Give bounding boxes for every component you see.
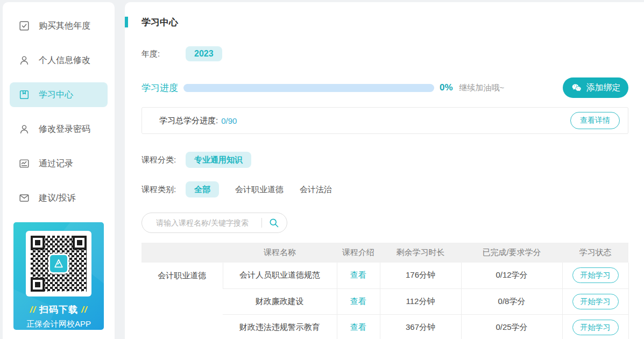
start-learning-button[interactable]: 开始学习: [572, 267, 619, 283]
qr-finder: [31, 236, 45, 250]
search-divider: [261, 218, 262, 228]
sidebar-item-profile-edit[interactable]: 个人信息修改: [10, 48, 108, 73]
sidebar-item-label: 学习中心: [39, 89, 73, 101]
year-2023-pill[interactable]: 2023: [186, 46, 222, 61]
view-intro-link[interactable]: 查看: [350, 296, 366, 306]
col-header-category: [141, 243, 223, 263]
view-details-button[interactable]: 查看详情: [570, 112, 620, 129]
view-intro-link[interactable]: 查看: [350, 322, 366, 331]
record-chart-icon: [18, 158, 30, 170]
remaining-time: 367分钟: [380, 314, 461, 339]
col-header-credits: 已完成/要求学分: [461, 243, 562, 263]
slash-decoration: //: [81, 305, 87, 315]
table-row: 会计职业道德 会计人员职业道德规范 查看 176分钟 0/12学分 开始学习: [141, 263, 628, 288]
sidebar-item-learning-center[interactable]: 学习中心: [10, 82, 108, 107]
view-intro-link[interactable]: 查看: [350, 270, 366, 279]
type-label: 课程类别:: [141, 185, 186, 195]
remaining-time: 112分钟: [380, 288, 461, 314]
sidebar-item-label: 个人信息修改: [39, 55, 90, 66]
course-category-filter: 课程分类: 专业通用知识: [141, 152, 628, 168]
table-header-row: 课程名称 课程介绍 剩余学习时长 已完成/要求学分 学习状态: [141, 243, 628, 263]
credit-progress-label: 学习总学分进度:: [159, 116, 218, 126]
type-option-accounting-ethics[interactable]: 会计职业道德: [235, 185, 284, 195]
sidebar-item-pass-records[interactable]: 通过记录: [10, 151, 108, 176]
credit-progress: 0/8学分: [461, 288, 562, 314]
remaining-time: 176分钟: [380, 263, 461, 288]
col-header-status: 学习状态: [562, 243, 628, 263]
title-accent-bar: [125, 17, 128, 27]
app-logo-icon: [48, 253, 69, 274]
search-icon[interactable]: [268, 217, 279, 228]
search-box: [141, 213, 287, 233]
page-title: 学习中心: [141, 16, 628, 29]
sidebar: 购买其他年度 个人信息修改 学习中心 修改登录密码 通过记录 建议/投诉: [3, 2, 115, 339]
course-name: 会计人员职业道德规范: [223, 263, 337, 288]
slash-decoration: //: [30, 305, 36, 315]
start-learning-button[interactable]: 开始学习: [572, 294, 619, 309]
person-icon: [18, 123, 30, 135]
search-section: [141, 213, 628, 233]
progress-bar: [183, 84, 434, 92]
progress-label: 学习进度: [141, 82, 183, 94]
sidebar-item-label: 购买其他年度: [39, 20, 90, 32]
qr-finder: [31, 278, 45, 292]
year-label: 年度:: [141, 49, 186, 59]
col-header-course-name: 课程名称: [223, 243, 337, 263]
col-header-remaining-time: 剩余学习时长: [380, 243, 461, 263]
progress-encourage-text: 继续加油哦~: [459, 83, 505, 93]
add-binding-button[interactable]: 添加绑定: [563, 77, 628, 98]
envelope-icon: [18, 192, 30, 204]
course-name: 财政违法违规警示教育: [223, 314, 337, 339]
qr-finder: [73, 236, 87, 250]
sidebar-item-label: 通过记录: [39, 158, 73, 170]
type-option-accounting-law[interactable]: 会计法治: [300, 185, 332, 195]
progress-percent: 0%: [440, 82, 453, 93]
qr-code: [26, 231, 91, 296]
main-content: 学习中心 年度: 2023 学习进度 0% 继续加油哦~ 添加绑定 学习总学分进…: [125, 2, 644, 339]
app-download-banner[interactable]: //扫码下载// 正保会计网校APP: [13, 222, 104, 330]
sidebar-item-label: 修改登录密码: [39, 124, 90, 135]
search-input[interactable]: [156, 218, 261, 227]
credit-progress: 0/12学分: [461, 263, 562, 288]
course-type-filter: 课程类别: 全部 会计职业道德 会计法治: [141, 181, 628, 197]
page-header: 学习中心: [141, 2, 628, 29]
wechat-icon: [571, 82, 582, 94]
sidebar-item-suggestions[interactable]: 建议/投诉: [10, 186, 108, 210]
add-binding-label: 添加绑定: [586, 82, 621, 94]
category-option-general-knowledge[interactable]: 专业通用知识: [186, 152, 251, 168]
scan-download-text: //扫码下载//: [13, 303, 104, 316]
category-label: 课程分类:: [141, 155, 186, 165]
start-learning-button[interactable]: 开始学习: [572, 320, 619, 335]
credit-progress-value: 0/90: [221, 116, 237, 125]
sidebar-item-label: 建议/投诉: [39, 193, 75, 204]
progress-section: 学习进度 0% 继续加油哦~ 添加绑定: [141, 77, 628, 98]
year-filter: 年度: 2023: [141, 46, 628, 61]
credit-progress: 0/25学分: [461, 314, 562, 339]
bookmark-icon: [18, 89, 30, 101]
col-header-course-intro: 课程介绍: [337, 243, 380, 263]
person-icon: [18, 54, 30, 66]
course-name: 财政廉政建设: [223, 288, 337, 314]
type-option-all[interactable]: 全部: [186, 181, 219, 197]
app-name-text: 正保会计网校APP: [13, 319, 104, 329]
total-credit-panel: 学习总学分进度: 0/90 查看详情: [141, 107, 628, 134]
course-group-label: 会计职业道德: [141, 263, 223, 339]
checkbox-icon: [18, 20, 30, 32]
sidebar-item-buy-other-years[interactable]: 购买其他年度: [10, 13, 108, 38]
sidebar-item-change-password[interactable]: 修改登录密码: [10, 117, 108, 142]
course-table: 课程名称 课程介绍 剩余学习时长 已完成/要求学分 学习状态 会计职业道德 会计…: [141, 243, 629, 339]
